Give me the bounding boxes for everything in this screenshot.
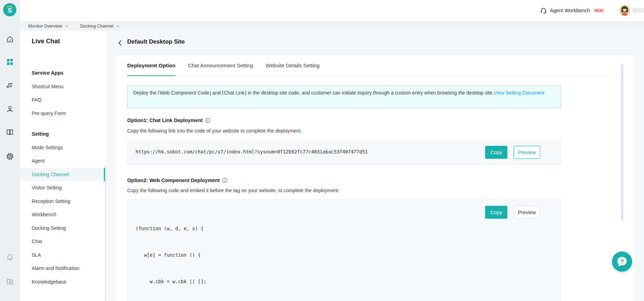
sidebar-item-visitor-setting[interactable]: Visitor Setting bbox=[20, 181, 107, 195]
page-title: Default Desktop Site bbox=[127, 38, 185, 45]
sidebar-item-alarm-and-notification[interactable]: Alarm and Notification bbox=[20, 262, 107, 275]
sidebar: Live Chat Service Apps Shortcut Menu FAQ… bbox=[20, 31, 107, 301]
sidebar-item-docking-channel[interactable]: Docking Channel bbox=[20, 168, 107, 181]
code-line: w[e] = function () { bbox=[136, 251, 419, 259]
tab-chat-announcement-setting[interactable]: Chat Announcement Setting bbox=[188, 55, 253, 76]
help-chat-button[interactable]: ? bbox=[612, 251, 632, 272]
knowledge-book-icon[interactable] bbox=[6, 128, 14, 136]
svg-text:?: ? bbox=[620, 258, 624, 265]
user-name-redacted[interactable] bbox=[632, 8, 644, 13]
close-icon[interactable]: × bbox=[65, 24, 68, 29]
user-avatar[interactable] bbox=[619, 5, 630, 16]
info-icon[interactable] bbox=[222, 178, 228, 183]
web-component-code: (function (w, d, e, x) { w[e] = function… bbox=[136, 206, 419, 301]
content-tabs: Deployment Option Chat Announcement Sett… bbox=[127, 55, 320, 76]
option2-description: Copy the following code and embed it bef… bbox=[127, 188, 339, 193]
sidebar-item-workbench[interactable]: Workbench bbox=[20, 208, 107, 221]
option1-heading: Option1: Chat Link Deployment bbox=[127, 118, 210, 123]
settings-gear-icon[interactable] bbox=[6, 152, 14, 161]
sidebar-item-faq[interactable]: FAQ bbox=[20, 93, 107, 107]
agent-workbench-label: Agent Workbench bbox=[550, 8, 590, 13]
sidebar-item-pre-query-form[interactable]: Pre-query Form bbox=[20, 107, 107, 120]
window-tab-label: Monitor Overview bbox=[28, 24, 62, 29]
code-line: w.cbk = w.cbk || []; bbox=[136, 277, 419, 286]
tab-divider bbox=[127, 76, 621, 76]
sidebar-item-reception-setting[interactable]: Reception Setting bbox=[20, 195, 107, 208]
option1-description: Copy the following link into the code of… bbox=[127, 128, 302, 134]
window-tab-strip: Monitor Overview × Docking Channel × bbox=[20, 21, 644, 31]
window-tab-monitor-overview[interactable]: Monitor Overview × bbox=[28, 21, 68, 31]
sidebar-item-sla[interactable]: SLA bbox=[20, 248, 107, 262]
sidebar-item-shortcut-menu[interactable]: Shortcut Menu bbox=[20, 80, 107, 93]
banner-text: Deploy the ⌈Web Component Code⌋ and ⌈Cha… bbox=[133, 90, 494, 96]
sidebar-item-knowledgebase[interactable]: Knowledgebase bbox=[20, 275, 107, 289]
top-bar: Agent Workbench NEW bbox=[20, 0, 644, 21]
window-tab-docking-channel[interactable]: Docking Channel × bbox=[80, 21, 119, 31]
chat-link-url: https://hk.sobot.com/chat/pc/v7/index.ht… bbox=[136, 149, 368, 155]
option1-preview-button[interactable]: Preview bbox=[514, 146, 540, 159]
back-button[interactable] bbox=[117, 39, 124, 46]
close-icon[interactable]: × bbox=[116, 24, 119, 29]
agent-workbench-entry[interactable]: Agent Workbench NEW bbox=[540, 5, 605, 16]
new-badge: NEW bbox=[593, 8, 605, 14]
download-folder-icon[interactable] bbox=[6, 277, 14, 286]
route-icon[interactable] bbox=[6, 80, 14, 89]
sidebar-item-chat[interactable]: Chat bbox=[20, 235, 107, 248]
home-icon[interactable] bbox=[6, 35, 14, 44]
window-tab-label: Docking Channel bbox=[80, 24, 113, 29]
sidebar-item-mode-settings[interactable]: Mode Settings bbox=[20, 141, 107, 155]
code-line: (function (w, d, e, x) { bbox=[136, 224, 419, 233]
sobot-logo[interactable]: S bbox=[3, 3, 16, 16]
apps-grid-icon[interactable] bbox=[6, 58, 14, 66]
icon-rail: S bbox=[0, 0, 20, 301]
customer-icon[interactable] bbox=[6, 105, 14, 113]
headset-icon bbox=[540, 7, 547, 14]
svg-text:S: S bbox=[8, 7, 12, 14]
option2-preview-button[interactable]: Preview bbox=[514, 206, 540, 219]
sidebar-item-agent[interactable]: Agent bbox=[20, 154, 107, 168]
view-setting-document-link[interactable]: View Setting Document bbox=[494, 90, 544, 96]
app-window: S bbox=[0, 0, 644, 301]
option2-heading: Option2: Web Component Deployment bbox=[127, 178, 228, 183]
tab-deployment-option[interactable]: Deployment Option bbox=[127, 55, 175, 76]
sidebar-title: Live Chat bbox=[32, 38, 107, 45]
sidebar-section-service-apps: Service Apps bbox=[20, 66, 107, 80]
option1-copy-button[interactable]: Copy bbox=[485, 146, 507, 159]
tab-website-details-setting[interactable]: Website Details Setting bbox=[266, 55, 320, 76]
deploy-info-banner: Deploy the ⌈Web Component Code⌋ and ⌈Cha… bbox=[127, 85, 561, 108]
sidebar-item-docking-setting[interactable]: Docking Setting bbox=[20, 221, 107, 235]
option2-copy-button[interactable]: Copy bbox=[485, 206, 507, 219]
notification-bell-icon[interactable] bbox=[6, 253, 14, 262]
sidebar-section-setting: Setting bbox=[20, 127, 107, 141]
info-icon[interactable] bbox=[205, 118, 210, 123]
content-scrollbar[interactable] bbox=[621, 64, 623, 221]
sidebar-scrollbar[interactable] bbox=[105, 165, 106, 301]
